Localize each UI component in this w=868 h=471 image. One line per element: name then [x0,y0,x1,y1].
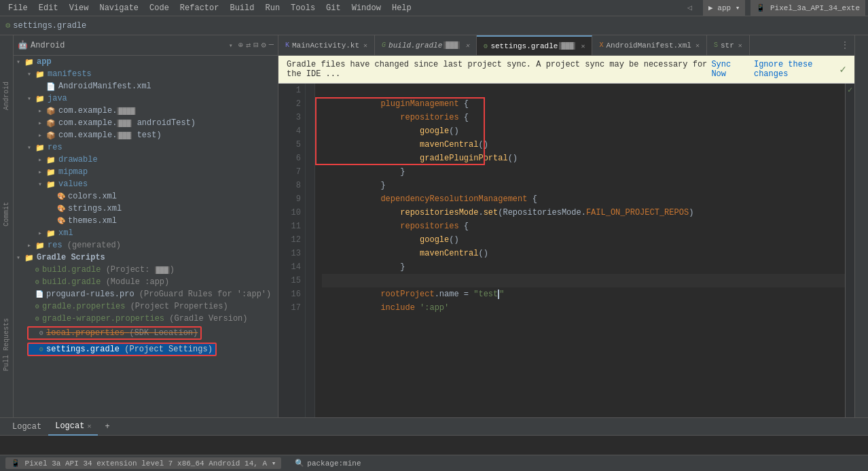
tree-item-build-gradle-module[interactable]: ▸ ⚙ build.gradle (Module :app) [14,276,278,288]
bottom-tab-bar: Logcat Logcat ✕ + [0,418,868,436]
code-line-14: } [322,260,845,274]
tree-item-proguard[interactable]: ▸ 📄 proguard-rules.pro (ProGuard Rules f… [14,288,278,300]
device-dropdown[interactable]: 📱 Pixel_3a_API_34_exte [751,0,865,18]
sidebar-label-commit[interactable]: Commit [1,199,12,229]
tab-label-build-gradle: build.gradle [388,41,442,50]
sidebar-settings-btn[interactable]: ⚙ [261,40,266,50]
tree-item-values[interactable]: ▾ 📁 values [14,178,278,190]
menu-code[interactable]: Code [144,0,175,16]
tree-item-res[interactable]: ▾ 📁 res [14,141,278,154]
code-line-15: rootProject.name = "test" [322,274,845,287]
tree-item-gradle-properties[interactable]: ▸ ⚙ gradle.properties (Project Propertie… [14,300,278,313]
tree-item-res-generated[interactable]: ▸ 📁 res (generated) [14,239,278,251]
menu-window[interactable]: Window [346,0,386,16]
device-dropdown-arrow: ▾ [272,459,276,468]
status-filter: 🔍 package:mine [295,459,361,468]
code-content[interactable]: pluginManagement { repositories { google… [315,84,845,417]
gradle-notification-bar: Gradle files have changed since last pro… [278,56,854,84]
left-side-panel: Android Commit Pull Requests [0,35,14,417]
code-editor[interactable]: 12345 678910 1112131415 1617 [278,84,854,417]
tree-item-colors[interactable]: ▸ 🎨 colors.xml [14,190,278,203]
tab-settings-gradle[interactable]: ⚙ settings.gradle ▓▓▓ ✕ [477,35,592,55]
bottom-tab-logcat-1[interactable]: Logcat [5,418,48,436]
tab-close-settings-gradle[interactable]: ✕ [581,42,585,50]
tree-item-settings-gradle[interactable]: ▸ ⚙ settings.gradle (Project Settings) [14,341,278,357]
sidebar-header: 🤖 Android ▾ ⊕ ⇄ ⊟ ⚙ — [14,35,278,56]
tree-item-strings[interactable]: ▸ 🎨 strings.xml [14,203,278,215]
tree-item-android-manifest[interactable]: ▸ 📄 AndroidManifest.xml [14,80,278,92]
tab-close-android-manifest[interactable]: ✕ [695,41,700,50]
tab-build-gradle[interactable]: G build.gradle ▓▓▓ ✕ [375,35,477,55]
menu-navigate[interactable]: Navigate [94,0,144,16]
tree-item-local-properties[interactable]: ▸ ⚙ local.properties (SDK Location) [14,325,278,341]
sidebar-dropdown-arrow[interactable]: ▾ [229,41,233,50]
tree-item-drawable[interactable]: ▸ 📁 drawable [14,154,278,166]
tab-str[interactable]: S str ✕ [707,35,750,55]
code-line-12: mavenCentral() [322,233,845,247]
tab-label-settings-gradle: settings.gradle [490,42,558,50]
code-line-13: } [322,247,845,260]
sidebar-add-btn[interactable]: ⊕ [238,40,243,50]
code-line-4: mavenCentral() [322,124,845,138]
sidebar-label-android[interactable]: Android [1,79,12,113]
menu-edit[interactable]: Edit [33,0,64,16]
menu-tools[interactable]: Tools [285,0,321,16]
tab-main-activity[interactable]: K MainActivity.kt ✕ [278,35,375,55]
bottom-tab-logcat-2[interactable]: Logcat ✕ [48,418,98,436]
menu-view[interactable]: View [64,0,94,16]
sidebar-minimize-btn[interactable]: — [269,40,274,50]
menu-bar: File Edit View Navigate Code Refactor Bu… [0,0,868,16]
code-line-3: google() [322,111,845,124]
sync-now-link[interactable]: Sync Now [711,60,746,79]
editor-right-rail: ✓ [845,84,854,417]
tree-item-mipmap[interactable]: ▸ 📁 mipmap [14,166,278,178]
tab-close-main-activity[interactable]: ✕ [363,41,367,50]
menu-git[interactable]: Git [321,0,346,16]
code-line-9: repositoriesMode.set(RepositoriesMode.FA… [322,192,845,206]
title-bar: ⚙ settings.gradle [0,16,868,35]
tree-item-gradle-scripts[interactable]: ▾ 📁 Gradle Scripts [14,251,278,264]
menu-help[interactable]: Help [386,0,417,16]
tree-item-gradle-wrapper[interactable]: ▸ ⚙ gradle-wrapper.properties (Gradle Ve… [14,313,278,325]
device-label: Pixel 3a API 34 extension level 7 x86_64… [25,459,267,468]
tab-android-manifest[interactable]: X AndroidManifest.xml ✕ [592,35,706,55]
bottom-tab-add[interactable]: + [98,418,116,436]
tree-item-package-test[interactable]: ▸ 📦 com.example.▓▓▓ test) [14,129,278,141]
menu-file[interactable]: File [3,0,33,16]
tab-icon-kt: K [285,41,289,49]
tree-item-package-main[interactable]: ▸ 📦 com.example.▓▓▓▓ [14,105,278,117]
bottom-log-content [0,436,868,455]
notification-checkmark: ✓ [839,63,846,76]
code-line-5: gradlePluginPortal() [322,138,845,152]
sidebar-label-pull-requests[interactable]: Pull Requests [1,315,12,374]
tree-item-xml[interactable]: ▸ 📁 xml [14,227,278,239]
tab-close-str[interactable]: ✕ [738,41,742,50]
bottom-tab-close-logcat[interactable]: ✕ [87,422,91,430]
tab-close-build-gradle[interactable]: ✕ [465,41,469,50]
tree-item-manifests[interactable]: ▾ 📁 manifests [14,68,278,80]
device-icon: 📱 [11,459,20,468]
device-selector[interactable]: 📱 Pixel 3a API 34 extension level 7 x86_… [5,457,281,469]
menu-run[interactable]: Run [259,0,285,16]
run-config-dropdown[interactable]: ▶ app ▾ [703,0,745,18]
tree-item-app[interactable]: ▾ 📁 app [14,56,278,68]
tree-item-themes[interactable]: ▸ 🎨 themes.xml [14,215,278,227]
sidebar-collapse-btn[interactable]: ⊟ [253,40,258,50]
line-numbers: 12345 678910 1112131415 1617 [278,84,306,417]
code-line-2: repositories { [322,97,845,111]
menu-build[interactable]: Build [224,0,259,16]
back-button[interactable]: ◁ [682,0,698,16]
menu-refactor[interactable]: Refactor [175,0,225,16]
tree-item-package-androidtest[interactable]: ▸ 📦 com.example.▓▓▓ androidTest) [14,117,278,129]
tree-item-java[interactable]: ▾ 📁 java [14,92,278,105]
sidebar-sync-btn[interactable]: ⇄ [246,40,251,50]
tab-overflow-btn[interactable]: ⋮ [841,40,849,50]
bottom-tab-logcat-1-label: Logcat [12,422,41,432]
tree-item-build-gradle-project[interactable]: ▸ ⚙ build.gradle (Project: ▓▓▓) [14,264,278,276]
ignore-changes-link[interactable]: Ignore these changes [754,60,839,79]
add-tab-icon: + [105,422,109,432]
status-bar: 📱 Pixel 3a API 34 extension level 7 x86_… [0,455,868,471]
code-line-7: } [322,165,845,179]
code-line-1: pluginManagement { [322,84,845,97]
bottom-panel: Logcat Logcat ✕ + [0,417,868,455]
